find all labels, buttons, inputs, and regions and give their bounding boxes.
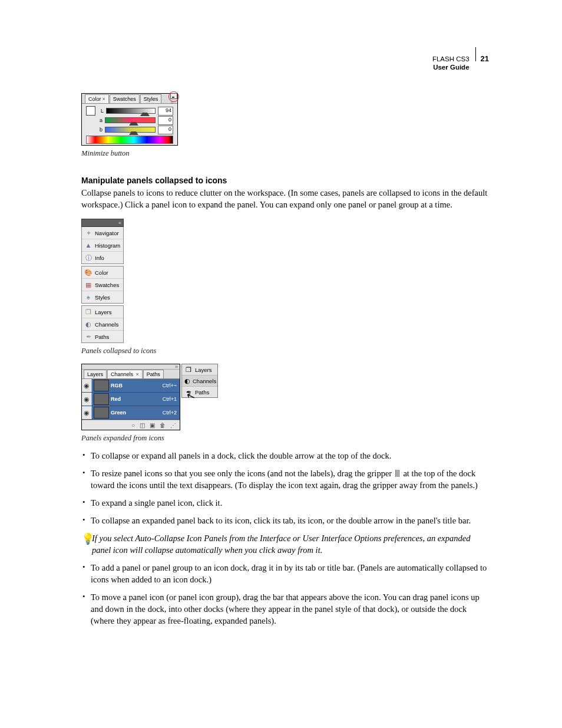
dock-item-navigator[interactable]: ✦Navigator <box>82 227 123 239</box>
dock-item-paths[interactable]: ✒Paths <box>82 330 123 342</box>
slider-thumb-icon[interactable] <box>129 117 138 126</box>
value-l[interactable]: 94 <box>158 107 173 116</box>
dock-head[interactable]: « <box>81 219 124 227</box>
resize-grip-icon[interactable]: ⋰ <box>170 422 176 429</box>
page-number: 21 <box>481 54 489 63</box>
layers-icon: ❐ <box>184 365 193 374</box>
color-panel: Color× Swatches Styles ≡ L 94 a <box>81 93 178 146</box>
gripper-icon <box>395 470 400 477</box>
close-icon[interactable]: × <box>134 371 139 377</box>
bullet-1: To collapse or expand all panels in a do… <box>81 450 489 462</box>
dock-label: Channels <box>193 378 216 384</box>
color-icon: 🎨 <box>84 268 92 276</box>
panel-tabbar: Color× Swatches Styles ≡ <box>82 94 177 104</box>
slider-a[interactable] <box>105 117 156 123</box>
close-icon[interactable]: × <box>103 96 105 102</box>
collapse-arrow-icon[interactable]: « <box>118 220 121 226</box>
panel-menu-icon[interactable]: ≡ <box>171 101 176 106</box>
slider-l[interactable] <box>106 108 156 114</box>
value-a[interactable]: 0 <box>158 116 173 125</box>
save-selection-icon[interactable]: ◫ <box>140 422 145 429</box>
channel-thumbnail <box>94 407 109 419</box>
dock-item-color[interactable]: 🎨Color <box>82 266 123 278</box>
side-item-channels[interactable]: ◐Channels <box>182 375 217 386</box>
figure3-caption: Panels expanded from icons <box>81 434 489 443</box>
dock-label: Navigator <box>95 230 119 236</box>
bullet-4: To collapse an expanded panel back to it… <box>81 515 489 526</box>
slider-row-l: L 94 <box>84 106 176 116</box>
new-channel-icon[interactable]: ▣ <box>150 422 155 429</box>
tab-layers[interactable]: Layers <box>84 370 107 378</box>
dock-group-1: ✦Navigator ▲Histogram ⓘInfo <box>81 227 124 264</box>
dock-label: Histogram <box>95 242 120 249</box>
channel-row-red[interactable]: ◉ Red Ctrl+1 <box>82 393 180 406</box>
dock-group-3: ❐Layers ◐Channels ✒Paths <box>81 305 124 343</box>
slider-thumb-icon[interactable] <box>129 127 138 135</box>
channel-shortcut: Ctrl+2 <box>153 410 180 416</box>
visibility-icon[interactable]: ◉ <box>82 379 92 392</box>
collapse-arrow-icon[interactable]: » <box>175 364 178 369</box>
section-heading: Manipulate panels collapsed to icons <box>81 176 489 185</box>
tab-color-label: Color <box>88 96 101 102</box>
tab-styles[interactable]: Styles <box>140 94 162 103</box>
paths-icon: ✒ <box>84 332 92 341</box>
channel-shortcut: Ctrl+1 <box>153 396 180 402</box>
dock-item-histogram[interactable]: ▲Histogram <box>82 239 123 251</box>
slider-label-l: L <box>98 108 104 114</box>
dock-label: Info <box>95 255 104 261</box>
visibility-icon[interactable]: ◉ <box>82 393 92 406</box>
side-item-layers[interactable]: ❐Layers <box>182 364 217 375</box>
icon-dock: « ✦Navigator ▲Histogram ⓘInfo 🎨Color ▦Sw… <box>81 219 124 343</box>
styles-icon: ♠ <box>84 293 92 301</box>
channels-titlebar[interactable]: » <box>82 364 180 370</box>
bullet-2-text-a: To resize panel icons so that you see on… <box>91 469 394 478</box>
tab-channels[interactable]: Channels × <box>107 370 143 378</box>
delete-icon[interactable]: 🗑 <box>160 422 166 429</box>
figure2-caption: Panels collapsed to icons <box>81 347 489 355</box>
channel-shortcut: Ctrl+~ <box>153 383 180 388</box>
header-title: FLASH CS3 <box>432 55 470 64</box>
dock-label: Swatches <box>95 282 119 288</box>
tip-note: 💡 If you select Auto-Collapse Icon Panel… <box>81 532 489 556</box>
slider-thumb-icon[interactable] <box>140 108 150 116</box>
dock-label: Paths <box>195 389 209 396</box>
tab-channels-label: Channels <box>111 371 133 377</box>
tab-swatches[interactable]: Swatches <box>110 94 140 103</box>
slider-row-b: b 0 <box>84 125 176 134</box>
dock-item-channels[interactable]: ◐Channels <box>82 318 123 330</box>
tab-paths[interactable]: Paths <box>143 370 164 378</box>
dock-item-layers[interactable]: ❐Layers <box>82 306 123 318</box>
value-b[interactable]: 0 <box>158 126 173 134</box>
dock-label: Color <box>95 269 108 276</box>
channel-thumbnail <box>94 393 109 405</box>
slider-b[interactable] <box>105 127 156 133</box>
dock-group-2: 🎨Color ▦Swatches ♠Styles <box>81 266 124 304</box>
header-separator <box>475 47 476 61</box>
bullet-2: To resize panel icons so that you see on… <box>81 467 489 491</box>
channels-icon: ◐ <box>84 320 92 328</box>
spectrum-bar[interactable] <box>86 136 173 144</box>
load-selection-icon[interactable]: ○ <box>131 422 135 429</box>
channel-thumbnail <box>94 380 109 391</box>
channel-row-rgb[interactable]: ◉ RGB Ctrl+~ <box>82 379 180 393</box>
channels-panel: » Layers Channels × Paths ◉ RGB Ctrl+~ ◉ <box>81 364 180 430</box>
dock-item-styles[interactable]: ♠Styles <box>82 291 123 303</box>
figure1-caption: Minimize button <box>81 149 489 158</box>
lightbulb-icon: 💡 <box>81 533 92 544</box>
bullet-3: To expand a single panel icon, click it. <box>81 497 489 509</box>
slider-label-a: a <box>97 117 103 123</box>
dock-label: Paths <box>95 334 109 340</box>
tab-color[interactable]: Color× <box>85 94 109 103</box>
foreground-swatch[interactable] <box>86 106 95 116</box>
bullet-list: To collapse or expand all panels in a do… <box>81 450 489 526</box>
dock-item-info[interactable]: ⓘInfo <box>82 251 123 263</box>
channels-icon: ◐ <box>184 377 190 385</box>
swatches-icon: ▦ <box>84 281 92 289</box>
minimize-button[interactable] <box>170 93 177 99</box>
channel-row-green[interactable]: ◉ Green Ctrl+2 <box>82 406 180 420</box>
channels-tabbar: Layers Channels × Paths <box>82 370 180 379</box>
bullet-list-2: To add a panel or panel group to an icon… <box>81 562 489 627</box>
dock-item-swatches[interactable]: ▦Swatches <box>82 278 123 291</box>
running-header: FLASH CS3 User Guide 21 <box>432 47 489 72</box>
visibility-icon[interactable]: ◉ <box>82 406 92 419</box>
